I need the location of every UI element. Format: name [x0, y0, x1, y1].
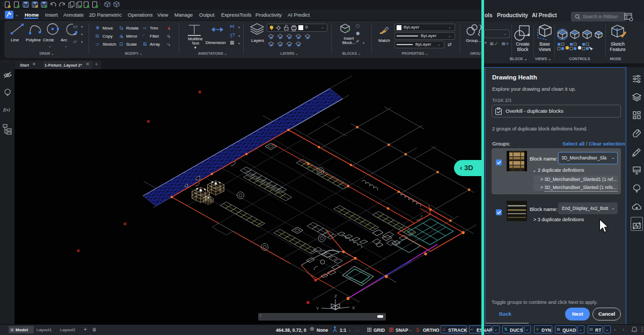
- svg-text:Z: Z: [334, 294, 337, 298]
- svg-text:Y: Y: [316, 306, 319, 311]
- svg-text:X: X: [352, 305, 355, 310]
- svg-text:f(x): f(x): [3, 107, 10, 112]
